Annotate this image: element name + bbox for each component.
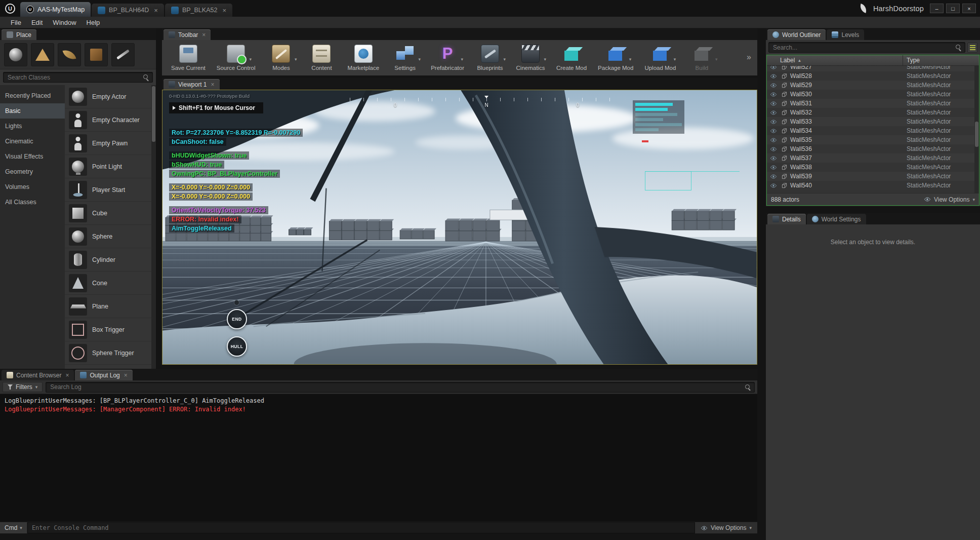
- place-item[interactable]: Cone: [65, 272, 156, 295]
- toolbar-button[interactable]: Save Current: [167, 43, 210, 72]
- tab-place[interactable]: Place: [2, 29, 36, 40]
- table-row[interactable]: Wall532 StaticMeshActor: [767, 108, 979, 117]
- close-icon[interactable]: ×: [154, 7, 158, 14]
- outliner-view-options[interactable]: View Options ▾: [924, 196, 975, 203]
- visibility-eye-icon[interactable]: [767, 129, 780, 133]
- toolbar-button[interactable]: ▾ Source Control: [213, 43, 260, 72]
- chevron-down-icon[interactable]: ▾: [629, 57, 632, 62]
- chevron-down-icon[interactable]: ▾: [250, 57, 252, 62]
- table-row[interactable]: Wall528 StaticMeshActor: [767, 71, 979, 81]
- table-row[interactable]: Wall531 StaticMeshActor: [767, 99, 979, 108]
- tab-world-outliner[interactable]: World Outliner: [767, 29, 826, 40]
- place-scrollbar[interactable]: [151, 85, 156, 369]
- toolbar-button[interactable]: ▾ Cinematics: [512, 43, 549, 72]
- toolbar-button[interactable]: ▾ Upload Mod: [640, 43, 680, 72]
- search-classes-input[interactable]: [3, 72, 153, 83]
- visibility-eye-icon[interactable]: [767, 156, 780, 161]
- chevron-down-icon[interactable]: ▾: [674, 57, 676, 62]
- close-button[interactable]: ×: [962, 4, 976, 13]
- filters-button[interactable]: Filters ▾: [3, 382, 43, 392]
- chevron-down-icon[interactable]: ▾: [295, 57, 297, 62]
- table-row[interactable]: Wall537 StaticMeshActor: [767, 153, 979, 163]
- output-log-text[interactable]: LogBlueprintUserMessages: [BP_BLPlayerCo…: [0, 394, 757, 522]
- menu-item[interactable]: Edit: [27, 18, 47, 27]
- table-row[interactable]: Wall539 StaticMeshActor: [767, 172, 979, 181]
- table-row[interactable]: Wall536 StaticMeshActor: [767, 144, 979, 153]
- tab-viewport-1[interactable]: Viewport 1 ×: [164, 79, 220, 90]
- category-foliage-icon[interactable]: [58, 43, 81, 66]
- visibility-eye-icon[interactable]: [767, 110, 780, 115]
- chevron-down-icon[interactable]: ▾: [419, 57, 421, 62]
- document-tab[interactable]: BP_BLAH64D ×: [92, 4, 164, 17]
- toolbar-overflow-icon[interactable]: »: [745, 53, 753, 62]
- log-view-options[interactable]: View Options ▾: [695, 522, 757, 533]
- table-row[interactable]: Wall540 StaticMeshActor: [767, 181, 979, 190]
- category-recent-icon[interactable]: [4, 43, 27, 66]
- visibility-eye-icon[interactable]: [767, 83, 780, 88]
- table-row[interactable]: Wall527 StaticMeshActor: [767, 66, 979, 71]
- tab-levels[interactable]: Levels: [827, 29, 864, 40]
- close-icon[interactable]: ×: [211, 81, 214, 88]
- visibility-eye-icon[interactable]: [767, 165, 780, 170]
- menu-item[interactable]: Window: [48, 18, 80, 27]
- toolbar-button[interactable]: ▾ Build: [683, 43, 720, 72]
- visibility-eye-icon[interactable]: [767, 101, 780, 106]
- place-category[interactable]: Cinematic: [0, 134, 65, 149]
- place-item[interactable]: Cube: [65, 202, 156, 225]
- document-tab[interactable]: BP_BLKA52 ×: [165, 4, 232, 17]
- place-item[interactable]: Sphere: [65, 225, 156, 248]
- toolbar-button[interactable]: ▾ Modes: [262, 43, 300, 72]
- table-row[interactable]: Wall535 StaticMeshActor: [767, 135, 979, 144]
- place-item[interactable]: Point Light: [65, 155, 156, 178]
- place-item[interactable]: Plane: [65, 295, 156, 318]
- table-row[interactable]: Wall538 StaticMeshActor: [767, 163, 979, 172]
- place-item[interactable]: Player Start: [65, 178, 156, 202]
- tab-output-log[interactable]: Output Log ×: [75, 370, 132, 380]
- visibility-eye-icon[interactable]: [767, 138, 780, 142]
- tab-world-settings[interactable]: World Settings: [807, 214, 866, 224]
- visibility-eye-icon[interactable]: [767, 92, 780, 97]
- cmd-dropdown[interactable]: Cmd ▾: [0, 522, 27, 533]
- place-item[interactable]: Box Trigger: [65, 318, 156, 341]
- category-brush-icon[interactable]: [111, 43, 135, 66]
- visibility-eye-icon[interactable]: [767, 74, 780, 79]
- toolbar-button[interactable]: Content: [303, 43, 340, 72]
- chevron-down-icon[interactable]: ▾: [544, 57, 546, 62]
- place-category[interactable]: Visual Effects: [0, 149, 65, 164]
- visibility-eye-icon[interactable]: [767, 183, 780, 188]
- place-item[interactable]: Empty Character: [65, 108, 156, 132]
- document-tab[interactable]: AAS-MyTestMap: [20, 2, 91, 17]
- toolbar-button[interactable]: Marketplace: [343, 43, 383, 72]
- close-icon[interactable]: ×: [124, 372, 128, 379]
- table-row[interactable]: Wall530 StaticMeshActor: [767, 90, 979, 99]
- toolbar-button[interactable]: ▾ Blueprints: [471, 43, 509, 72]
- visibility-eye-icon[interactable]: [767, 147, 780, 151]
- toolbar-button[interactable]: ▾ Package Mod: [594, 43, 637, 72]
- outliner-header-row[interactable]: Label ▲ Type: [767, 55, 979, 66]
- viewport-3d-view[interactable]: 0-HD 0.13.0.1-#0-??? Prototype Build Shi…: [162, 90, 757, 365]
- place-category[interactable]: All Classes: [0, 195, 65, 210]
- table-row[interactable]: Wall533 StaticMeshActor: [767, 117, 979, 126]
- place-category[interactable]: Basic: [0, 103, 65, 119]
- menu-item[interactable]: Help: [82, 18, 105, 27]
- table-row[interactable]: Wall529 StaticMeshActor: [767, 81, 979, 90]
- toolbar-button[interactable]: ▾ Settings: [386, 43, 424, 72]
- chevron-down-icon[interactable]: ▾: [461, 57, 464, 62]
- toolbar-button[interactable]: ▾ Prefabricator: [427, 43, 468, 72]
- tab-content-browser[interactable]: Content Browser ×: [2, 370, 74, 380]
- close-icon[interactable]: ×: [202, 31, 206, 38]
- search-log-input[interactable]: [46, 382, 755, 393]
- close-icon[interactable]: ×: [65, 372, 69, 379]
- column-header-type[interactable]: Type: [907, 57, 920, 64]
- chevron-down-icon[interactable]: ▾: [503, 57, 506, 62]
- place-category[interactable]: Recently Placed: [0, 88, 65, 103]
- category-geometry-icon[interactable]: [85, 43, 108, 66]
- place-item[interactable]: Sphere Trigger: [65, 341, 156, 365]
- place-category[interactable]: Geometry: [0, 164, 65, 179]
- menu-item[interactable]: File: [6, 18, 26, 27]
- place-category[interactable]: Lights: [0, 119, 65, 134]
- minimize-button[interactable]: –: [930, 4, 944, 13]
- visibility-eye-icon[interactable]: [767, 120, 780, 124]
- table-row[interactable]: Wall534 StaticMeshActor: [767, 126, 979, 135]
- visibility-eye-icon[interactable]: [767, 66, 780, 69]
